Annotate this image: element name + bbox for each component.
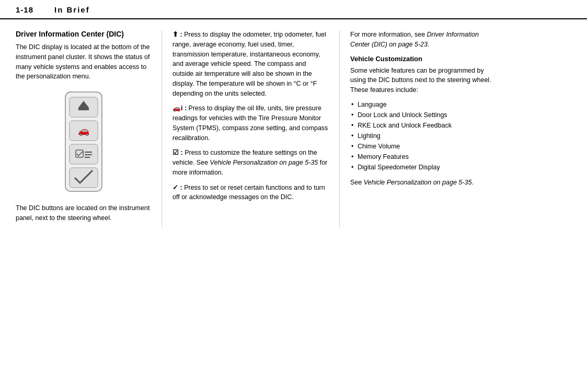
dic-entry-4: ✓ : Press to set or reset certain functi… [172, 183, 329, 203]
page-number: 1-18 [16, 5, 33, 14]
page-header: 1-18 In Brief [0, 0, 587, 19]
dic-panel-svg: 🚗 [60, 89, 107, 194]
list-item: Lighting [350, 131, 491, 141]
dic-entry-1-symbol: ⬆ : [172, 31, 182, 38]
list-item: RKE Lock and Unlock Feedback [350, 120, 491, 131]
dic-entry-1-text: ⬆ : Press to display the odometer, trip … [172, 30, 329, 98]
dic-intro: The DIC display is located at the bottom… [16, 42, 151, 82]
dic-entry-3-symbol: ☑ : [172, 149, 183, 156]
dic-entry-4-text: ✓ : Press to set or reset certain functi… [172, 183, 329, 203]
dic-entry-3: ☑ : Press to customize the feature setti… [172, 148, 329, 177]
col3-intro: For more information, see Driver Informa… [350, 30, 491, 50]
list-item: Memory Features [350, 152, 491, 162]
column-3: For more information, see Driver Informa… [340, 30, 491, 227]
list-item: Digital Speedometer Display [350, 162, 491, 172]
vehicle-customization-desc: Some vehicle features can be programmed … [350, 66, 491, 95]
dic-entry-4-symbol: ✓ : [172, 184, 182, 191]
svg-rect-9 [85, 154, 92, 155]
dic-heading: Driver Information Center (DIC) [16, 30, 151, 38]
dic-entry-2-text: 🚗i : Press to display the oil life, unit… [172, 103, 329, 143]
feature-list: LanguageDoor Lock and Unlock SettingsRKE… [350, 99, 491, 172]
list-item: Language [350, 99, 491, 110]
dic-entry-1: ⬆ : Press to display the odometer, trip … [172, 30, 329, 98]
svg-rect-10 [85, 157, 90, 158]
main-content: Driver Information Center (DIC) The DIC … [0, 19, 587, 238]
list-item: Chime Volume [350, 141, 491, 152]
chapter-title: In Brief [54, 5, 90, 14]
dic-entry-3-text: ☑ : Press to customize the feature setti… [172, 148, 329, 177]
svg-rect-3 [78, 108, 89, 110]
column-2: ⬆ : Press to display the odometer, trip … [162, 30, 340, 227]
column-1: Driver Information Center (DIC) The DIC … [16, 30, 162, 227]
svg-text:🚗: 🚗 [78, 125, 90, 136]
svg-rect-11 [70, 168, 98, 188]
dic-entry-2-symbol: 🚗i : [172, 105, 187, 112]
svg-rect-8 [85, 152, 92, 153]
vehicle-customization-heading: Vehicle Customization [350, 55, 491, 63]
dic-illustration: 🚗 [16, 89, 151, 194]
col3-footer: See Vehicle Personalization on page 5-35… [350, 178, 491, 188]
dic-caption: The DIC buttons are located on the instr… [16, 203, 151, 223]
svg-rect-6 [70, 144, 98, 164]
list-item: Door Lock and Unlock Settings [350, 110, 491, 120]
dic-entry-2: 🚗i : Press to display the oil life, unit… [172, 103, 329, 143]
